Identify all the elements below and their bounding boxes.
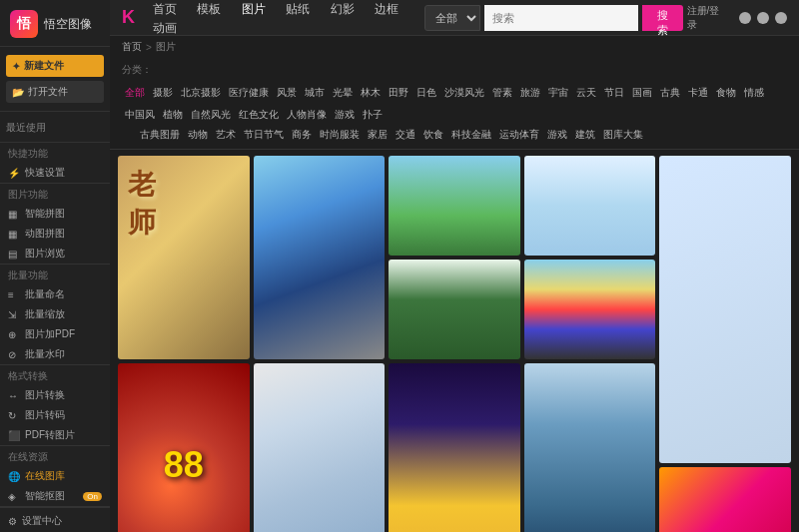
filter-tag-2[interactable]: 摄影	[150, 83, 176, 103]
nav-logo: K	[122, 7, 135, 28]
filter-tag-r2-14[interactable]: 图库大集	[600, 125, 646, 145]
filter-tag-25[interactable]: 红色文化	[236, 105, 282, 125]
sidebar-item-batch-watermark[interactable]: ⊘ 批量水印	[0, 344, 110, 364]
new-file-icon: ✦	[12, 61, 20, 72]
image-card-9[interactable]	[254, 363, 386, 532]
new-file-button[interactable]: ✦ 新建文件	[6, 55, 104, 77]
open-file-icon: 📂	[12, 87, 24, 98]
image-card-1[interactable]: 老师	[118, 156, 250, 359]
sidebar-item-material[interactable]: ◈ 智能抠图 On	[0, 486, 110, 506]
settings-icon: ⚙	[8, 516, 17, 527]
sidebar-item-gif-mosaic[interactable]: ▦ 动图拼图	[0, 224, 110, 244]
filter-tag-14[interactable]: 宇宙	[545, 83, 571, 103]
filter-tag-r2-3[interactable]: 艺术	[213, 125, 239, 145]
filter-tag-23[interactable]: 植物	[160, 105, 186, 125]
filter-tag-22[interactable]: 中国风	[122, 105, 158, 125]
filter-tag-r2-11[interactable]: 运动体育	[496, 125, 542, 145]
window-controls: ─ □ ×	[739, 12, 787, 24]
material-icon: ◈	[8, 491, 20, 502]
filter-tag-r2-10[interactable]: 科技金融	[448, 125, 494, 145]
sidebar-item-img-convert[interactable]: ↔ 图片转换	[0, 385, 110, 405]
filter-tag-19[interactable]: 卡通	[685, 83, 711, 103]
sidebar-item-batch-add[interactable]: ⊕ 图片加PDF	[0, 324, 110, 344]
sidebar-item-gif-convert[interactable]: ↻ 图片转码	[0, 405, 110, 425]
sidebar-item-batch-resize[interactable]: ⇲ 批量缩放	[0, 304, 110, 324]
filter-tag-r2-12[interactable]: 游戏	[544, 125, 570, 145]
filter-tag-r2-8[interactable]: 交通	[393, 125, 418, 145]
search-button[interactable]: 搜索	[642, 5, 683, 31]
settings-button[interactable]: ⚙ 设置中心	[8, 514, 102, 528]
filter-tag-8[interactable]: 林木	[358, 83, 384, 103]
image-card-3[interactable]	[389, 156, 520, 256]
filter-tag-26[interactable]: 人物肖像	[284, 105, 330, 125]
open-file-button[interactable]: 📂 打开文件	[6, 81, 104, 103]
app-logo-icon: 悟	[10, 10, 38, 38]
image-card-4[interactable]	[524, 156, 656, 256]
nav-phantom[interactable]: 幻影	[323, 0, 363, 20]
filter-tag-r2-4[interactable]: 节日节气	[241, 125, 287, 145]
filter-tag-3[interactable]: 北京摄影	[178, 83, 224, 103]
image-card-11[interactable]	[524, 363, 656, 532]
filter-tag-13[interactable]: 旅游	[517, 83, 543, 103]
filter-tag-16[interactable]: 节日	[601, 83, 627, 103]
sidebar-item-pdf-convert[interactable]: ⬛ PDF转图片	[0, 425, 110, 445]
filter-tag-6[interactable]: 城市	[302, 83, 328, 103]
recent-section: 最近使用	[0, 112, 110, 143]
maximize-button[interactable]: □	[757, 12, 769, 24]
filter-tag-24[interactable]: 自然风光	[188, 105, 234, 125]
filter-tag-28[interactable]: 扑子	[360, 105, 386, 125]
image-card-2[interactable]	[254, 156, 386, 359]
close-button[interactable]: ×	[775, 12, 787, 24]
filter-row-2: 古典图册 动物 艺术 节日节气 商务 时尚服装 家居 交通 饮食 科技金融 运动…	[122, 125, 787, 145]
filter-tag-r2-6[interactable]: 时尚服装	[317, 125, 363, 145]
filter-row-1: 分类： 全部 摄影 北京摄影 医疗健康 风景 城市 光晕 林木 田野 日色 沙漠…	[122, 60, 787, 125]
nav-template[interactable]: 模板	[189, 0, 229, 20]
search-category-select[interactable]: 全部	[424, 5, 480, 31]
filter-tag-r2-13[interactable]: 建筑	[572, 125, 598, 145]
sidebar-item-batch-rename[interactable]: ≡ 批量命名	[0, 284, 110, 304]
recent-label[interactable]: 最近使用	[6, 118, 104, 138]
nav-sticker[interactable]: 贴纸	[278, 0, 318, 20]
sidebar-actions: ✦ 新建文件 📂 打开文件	[0, 47, 110, 112]
image-card-8[interactable]: 88	[118, 363, 250, 532]
filter-tag-12[interactable]: 管素	[489, 83, 515, 103]
search-input[interactable]	[484, 5, 638, 31]
image-card-12[interactable]	[659, 467, 791, 532]
nav-border[interactable]: 边框	[367, 0, 406, 20]
filter-tag-5[interactable]: 风景	[274, 83, 300, 103]
filter-tag-15[interactable]: 云天	[573, 83, 599, 103]
filter-tag-10[interactable]: 日色	[413, 83, 439, 103]
filter-tag-4[interactable]: 医疗健康	[226, 83, 272, 103]
filter-tag-r2-9[interactable]: 饮食	[420, 125, 446, 145]
filter-tag-11[interactable]: 沙漠风光	[441, 83, 487, 103]
filter-tag-7[interactable]: 光晕	[330, 83, 356, 103]
minimize-button[interactable]: ─	[739, 12, 751, 24]
sidebar: 悟 悟空图像 ✦ 新建文件 📂 打开文件 最近使用 快捷功能 ⚡ 快速设置 图片…	[0, 0, 110, 532]
img-browse-icon: ▤	[8, 249, 20, 260]
filter-tag-r2-5[interactable]: 商务	[289, 125, 315, 145]
filter-tag-27[interactable]: 游戏	[332, 105, 358, 125]
filter-tag-17[interactable]: 国画	[629, 83, 655, 103]
sidebar-item-quick-access[interactable]: ⚡ 快速设置	[0, 163, 110, 183]
filter-tag-21[interactable]: 情感	[741, 83, 767, 103]
image-card-6[interactable]	[389, 260, 520, 359]
img-convert-icon: ↔	[8, 390, 20, 401]
image-card-5[interactable]	[659, 156, 791, 463]
breadcrumb-home[interactable]: 首页	[122, 40, 142, 54]
sidebar-item-online-lib[interactable]: 🌐 在线图库	[0, 466, 110, 486]
image-card-7[interactable]	[524, 260, 656, 359]
filter-tag-r2-2[interactable]: 动物	[185, 125, 211, 145]
online-lib-icon: 🌐	[8, 471, 20, 482]
nav-image[interactable]: 图片	[234, 0, 274, 20]
login-link[interactable]: 注册/登录	[687, 4, 725, 32]
gif-mosaic-icon: ▦	[8, 229, 20, 240]
filter-tag-9[interactable]: 田野	[386, 83, 411, 103]
filter-tag-20[interactable]: 食物	[713, 83, 739, 103]
sidebar-item-img-browse[interactable]: ▤ 图片浏览	[0, 244, 110, 264]
filter-tag-r2-1[interactable]: 古典图册	[137, 125, 183, 145]
filter-tag-18[interactable]: 古典	[657, 83, 683, 103]
filter-tag-all[interactable]: 全部	[122, 83, 148, 103]
image-card-10[interactable]	[389, 363, 520, 532]
sidebar-item-smart-mosaic[interactable]: ▦ 智能拼图	[0, 204, 110, 224]
filter-tag-r2-7[interactable]: 家居	[365, 125, 391, 145]
